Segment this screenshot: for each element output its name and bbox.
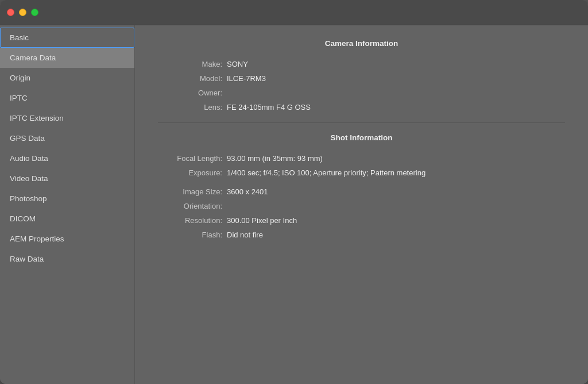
shot-field-row-1: Exposure:1/400 sec; f/4.5; ISO 100; Aper… <box>158 166 565 180</box>
shot-field-row-4: Resolution:300.00 Pixel per Inch <box>158 213 565 228</box>
minimize-button[interactable] <box>19 9 26 16</box>
camera-field-label-1: Model: <box>158 74 227 83</box>
camera-field-row-1: Model:ILCE-7RM3 <box>158 71 565 86</box>
camera-field-label-2: Owner: <box>158 89 227 97</box>
shot-field-label-4: Resolution: <box>158 216 227 225</box>
sidebar-item-iptc-extension[interactable]: IPTC Extension <box>0 108 134 128</box>
shot-field-label-1: Exposure: <box>158 168 227 177</box>
sidebar-item-aem-properties[interactable]: AEM Properties <box>0 229 134 249</box>
close-button[interactable] <box>7 9 14 16</box>
main-window: BasicCamera DataOriginIPTCIPTC Extension… <box>0 0 588 384</box>
shot-field-value-2: 3600 x 2401 <box>227 187 268 196</box>
shot-field-label-2: Image Size: <box>158 187 227 196</box>
shot-field-row-2: Image Size:3600 x 2401 <box>158 185 565 199</box>
main-panel: Camera InformationMake:SONYModel:ILCE-7R… <box>135 25 588 384</box>
shot-field-value-0: 93.00 mm (in 35mm: 93 mm) <box>227 154 323 163</box>
sidebar-item-camera-data[interactable]: Camera Data <box>0 48 134 68</box>
shot-field-label-0: Focal Length: <box>158 154 227 163</box>
shot-field-label-5: Flash: <box>158 231 227 239</box>
shot-field-value-5: Did not fire <box>227 231 263 239</box>
traffic-lights <box>7 9 38 16</box>
camera-field-row-3: Lens:FE 24-105mm F4 G OSS <box>158 100 565 114</box>
content-area: BasicCamera DataOriginIPTCIPTC Extension… <box>0 25 588 384</box>
sidebar: BasicCamera DataOriginIPTCIPTC Extension… <box>0 25 135 384</box>
shot-field-row-3: Orientation: <box>158 199 565 213</box>
shot-field-label-3: Orientation: <box>158 202 227 210</box>
sidebar-item-audio-data[interactable]: Audio Data <box>0 148 134 168</box>
sidebar-item-iptc[interactable]: IPTC <box>0 88 134 108</box>
section-divider <box>158 122 565 123</box>
sidebar-item-photoshop[interactable]: Photoshop <box>0 189 134 209</box>
camera-section-title: Camera Information <box>158 39 565 48</box>
camera-field-value-0: SONY <box>227 60 248 68</box>
sidebar-item-gps-data[interactable]: GPS Data <box>0 128 134 148</box>
sidebar-item-raw-data[interactable]: Raw Data <box>0 249 134 269</box>
sidebar-item-origin[interactable]: Origin <box>0 68 134 88</box>
sidebar-item-video-data[interactable]: Video Data <box>0 168 134 189</box>
maximize-button[interactable] <box>31 9 38 16</box>
camera-field-row-2: Owner: <box>158 86 565 100</box>
camera-field-value-3: FE 24-105mm F4 G OSS <box>227 103 311 112</box>
camera-field-label-3: Lens: <box>158 103 227 112</box>
shot-field-value-4: 300.00 Pixel per Inch <box>227 216 297 225</box>
camera-field-row-0: Make:SONY <box>158 57 565 71</box>
shot-field-row-0: Focal Length:93.00 mm (in 35mm: 93 mm) <box>158 151 565 166</box>
camera-field-value-1: ILCE-7RM3 <box>227 74 266 83</box>
shot-field-value-1: 1/400 sec; f/4.5; ISO 100; Aperture prio… <box>227 168 425 177</box>
sidebar-item-basic[interactable]: Basic <box>0 28 134 48</box>
titlebar <box>0 0 588 25</box>
camera-field-label-0: Make: <box>158 60 227 68</box>
shot-field-row-5: Flash:Did not fire <box>158 228 565 242</box>
shot-section-title: Shot Information <box>158 133 565 142</box>
sidebar-item-dicom[interactable]: DICOM <box>0 209 134 229</box>
